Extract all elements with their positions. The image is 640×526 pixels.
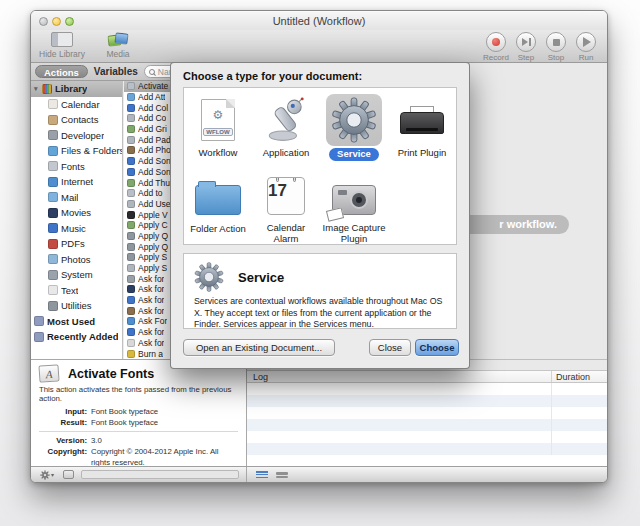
action-icon: [127, 350, 135, 358]
type-image-capture-plugin[interactable]: Image Capture Plugin: [320, 166, 388, 244]
status-groove: [81, 470, 239, 479]
sidebar-item-system[interactable]: System: [31, 267, 122, 283]
stop-button[interactable]: Stop: [543, 32, 569, 62]
type-label: Application: [263, 148, 309, 159]
log-row: [247, 407, 607, 419]
action-item-label: Add Att: [138, 92, 165, 102]
action-item-label: Add Pho: [138, 145, 171, 155]
sidebar-item-contacts[interactable]: Contacts: [31, 112, 122, 128]
type-print-plugin[interactable]: Print Plugin: [388, 90, 456, 166]
sidebar-item-library[interactable]: ▾Library: [31, 81, 122, 97]
sidebar-item-recently-added[interactable]: Recently Added: [31, 329, 122, 345]
sidebar-item-label: PDFs: [61, 238, 85, 249]
action-info-panel: A Activate Fonts This action activates t…: [31, 359, 246, 468]
action-item-label: Add Pad: [138, 135, 171, 145]
sidebar-item-most-used[interactable]: Most Used: [31, 314, 122, 330]
media-button[interactable]: Media: [95, 32, 141, 59]
type-folder-action[interactable]: Folder Action: [184, 166, 252, 244]
record-button[interactable]: Record: [483, 32, 509, 62]
detail-title: Service: [238, 270, 284, 285]
tab-actions[interactable]: Actions: [35, 65, 88, 78]
gear-icon: [331, 97, 377, 143]
library-books-icon: [42, 84, 52, 94]
duration-column-header[interactable]: Duration: [552, 371, 607, 382]
zoom-button[interactable]: [65, 17, 74, 26]
log-row: [247, 431, 607, 443]
movies-icon: [48, 208, 58, 218]
chevron-down-icon: ▾: [51, 471, 54, 478]
type-workflow[interactable]: ⚙WFLOW Workflow: [184, 90, 252, 166]
log-view-button[interactable]: [256, 470, 268, 480]
record-icon: [492, 38, 500, 46]
sidebar-item-label: Files & Folders: [61, 145, 122, 156]
log-column-header[interactable]: Log: [247, 371, 552, 382]
log-row: [247, 383, 607, 395]
action-item-label: Add Gri: [138, 124, 167, 134]
gear-icon-small: [194, 262, 224, 292]
tab-variables[interactable]: Variables: [94, 66, 138, 77]
step-button[interactable]: Step: [513, 32, 539, 62]
results-view-button[interactable]: [276, 471, 288, 479]
sidebar-item-internet[interactable]: Internet: [31, 174, 122, 190]
minimize-button[interactable]: [52, 17, 61, 26]
stop-label: Stop: [548, 53, 564, 62]
sidebar-item-label: Mail: [61, 192, 78, 203]
action-item-label: Activate: [138, 81, 168, 91]
choose-button[interactable]: Choose: [415, 339, 459, 356]
music-icon: [48, 223, 58, 233]
sidebar-item-label: System: [61, 269, 93, 280]
log-row: [247, 443, 607, 455]
gear-menu-button[interactable]: ▾: [36, 469, 58, 480]
action-info-description: This action activates the fonts passed f…: [31, 384, 246, 406]
smart-folder-icon: [34, 332, 44, 342]
action-icon: [127, 317, 135, 325]
sidebar-item-music[interactable]: Music: [31, 221, 122, 237]
fonts-icon: [48, 161, 58, 171]
sidebar-item-movies[interactable]: Movies: [31, 205, 122, 221]
action-info-title: Activate Fonts: [68, 367, 154, 381]
action-icon: [127, 179, 135, 187]
system-icon: [48, 270, 58, 280]
hide-library-label: Hide Library: [39, 49, 85, 59]
desktop: Untitled (Workflow) Hide Library Media R…: [0, 0, 640, 526]
action-item-label: Add Co: [138, 113, 166, 123]
type-service[interactable]: Service: [320, 90, 388, 166]
titlebar[interactable]: Untitled (Workflow): [31, 11, 607, 30]
hide-library-button[interactable]: Hide Library: [39, 32, 85, 59]
sidebar-item-utilities[interactable]: Utilities: [31, 298, 122, 314]
pdfs-icon: [48, 239, 58, 249]
close-button-dialog[interactable]: Close: [369, 339, 411, 356]
run-button[interactable]: Run: [573, 32, 599, 62]
sidebar-item-fonts[interactable]: Fonts: [31, 159, 122, 175]
sidebar-item-photos[interactable]: Photos: [31, 252, 122, 268]
open-existing-document-button[interactable]: Open an Existing Document...: [183, 339, 335, 356]
sidebar-item-developer[interactable]: Developer: [31, 128, 122, 144]
sidebar-item-label: Text: [61, 285, 78, 296]
contacts-icon: [48, 115, 58, 125]
robot-icon: [263, 97, 309, 143]
media-browser-button[interactable]: [61, 469, 75, 480]
action-item-label: Apply Q: [138, 231, 168, 241]
photos-icon: [48, 254, 58, 264]
disclosure-triangle-icon[interactable]: ▾: [34, 85, 42, 93]
sidebar-item-mail[interactable]: Mail: [31, 190, 122, 206]
step-icon: [522, 38, 531, 46]
sidebar-item-files-folders[interactable]: Files & Folders: [31, 143, 122, 159]
type-application[interactable]: Application: [252, 90, 320, 166]
toolbar: Hide Library Media Record Step: [31, 30, 607, 63]
sidebar-item-calendar[interactable]: Calendar: [31, 97, 122, 113]
developer-icon: [48, 130, 58, 140]
close-button[interactable]: [39, 17, 48, 26]
sidebar-item-label: Most Used: [47, 316, 95, 327]
action-item-label: Apple V: [138, 210, 168, 220]
status-bar: ▾: [31, 466, 607, 482]
type-calendar-alarm[interactable]: 17 Calendar Alarm: [252, 166, 320, 244]
library-sidebar: ▾LibraryCalendarContactsDeveloperFiles &…: [31, 81, 123, 359]
action-icon: [127, 307, 135, 315]
sidebar-item-pdfs[interactable]: PDFs: [31, 236, 122, 252]
sidebar-item-label: Developer: [61, 130, 104, 141]
hide-library-icon: [51, 32, 73, 47]
action-item-label: Add Use: [138, 199, 171, 209]
sidebar-item-label: Internet: [61, 176, 93, 187]
sidebar-item-text[interactable]: Text: [31, 283, 122, 299]
